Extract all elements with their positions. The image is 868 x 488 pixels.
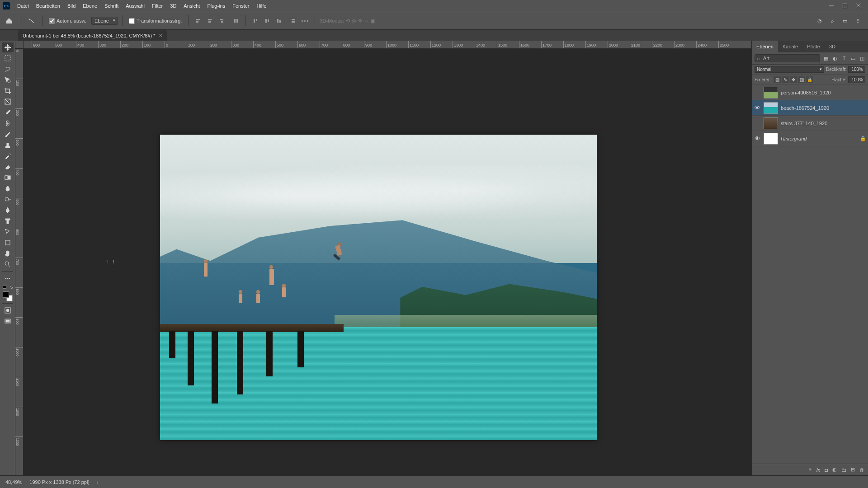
menu-plugins[interactable]: Plug-ins <box>203 0 229 12</box>
doc-info-chevron-icon[interactable]: › <box>97 479 99 485</box>
menu-schrift[interactable]: Schrift <box>101 0 122 12</box>
zoom-level[interactable]: 48,49% <box>5 479 22 485</box>
shape-tool[interactable] <box>2 238 14 248</box>
filter-smart-icon[interactable]: ◫ <box>859 55 865 61</box>
menu-3d[interactable]: 3D <box>166 0 180 12</box>
adjustment-layer-icon[interactable]: ◐ <box>832 467 837 473</box>
layer-row[interactable]: 👁Hintergrund🔒 <box>752 131 868 146</box>
new-layer-icon[interactable]: ⊞ <box>851 467 855 473</box>
lock-paint-icon[interactable]: ✎ <box>782 76 789 83</box>
canvas-image[interactable] <box>160 135 597 440</box>
window-close-button[interactable] <box>852 0 865 12</box>
brush-tool[interactable] <box>2 129 14 139</box>
lock-transparency-icon[interactable]: ▨ <box>774 76 781 83</box>
type-tool[interactable] <box>2 216 14 226</box>
clone-stamp-tool[interactable] <box>2 140 14 150</box>
menu-fenster[interactable]: Fenster <box>229 0 253 12</box>
filter-shape-icon[interactable]: ▭ <box>850 55 856 61</box>
marquee-tool[interactable] <box>2 53 14 63</box>
share-icon[interactable]: ⇪ <box>854 17 862 25</box>
layer-name[interactable]: Hintergrund <box>781 136 857 141</box>
lasso-tool[interactable] <box>2 64 14 74</box>
edit-toolbar-button[interactable]: ••• <box>2 273 14 283</box>
auto-select-target-dropdown[interactable]: Ebene <box>91 17 118 25</box>
screen-mode-button[interactable] <box>2 316 14 326</box>
lock-nest-icon[interactable]: ▥ <box>798 76 805 83</box>
lock-position-icon[interactable]: ✥ <box>790 76 797 83</box>
opacity-field[interactable]: 100% <box>848 66 865 73</box>
align-center-v-button[interactable] <box>262 16 272 26</box>
more-align-button[interactable]: ••• <box>300 16 310 26</box>
layer-mask-icon[interactable]: ◘ <box>825 467 828 473</box>
layer-row[interactable]: person-4008516_1920 <box>752 85 868 100</box>
tab-pfade[interactable]: Pfade <box>802 41 825 52</box>
eyedropper-tool[interactable] <box>2 108 14 117</box>
crop-tool[interactable] <box>2 86 14 96</box>
tab-kanaele[interactable]: Kanäle <box>778 41 802 52</box>
default-colors-icon[interactable] <box>3 285 6 289</box>
align-top-button[interactable] <box>250 16 260 26</box>
hand-tool[interactable] <box>2 249 14 258</box>
layer-name[interactable]: beach-1867524_1920 <box>781 105 866 111</box>
filter-pixel-icon[interactable]: ▦ <box>823 55 829 61</box>
workspace-switcher-icon[interactable]: ▭ <box>841 17 849 25</box>
home-button[interactable] <box>3 14 15 27</box>
layer-group-icon[interactable]: 🗀 <box>841 467 846 473</box>
layer-filter-dropdown[interactable]: Art <box>755 54 820 62</box>
menu-datei[interactable]: Datei <box>14 0 33 12</box>
layer-thumbnail[interactable] <box>764 87 778 99</box>
layer-visibility-icon[interactable]: 👁 <box>754 104 761 111</box>
tab-3d[interactable]: 3D <box>825 41 840 52</box>
zoom-tool[interactable] <box>2 259 14 269</box>
align-left-button[interactable] <box>193 16 203 26</box>
layer-visibility-icon[interactable]: 👁 <box>754 135 761 142</box>
menu-ebene[interactable]: Ebene <box>79 0 101 12</box>
blend-mode-dropdown[interactable]: Normal <box>755 66 824 73</box>
frame-tool[interactable] <box>2 97 14 107</box>
ruler-vertical[interactable]: 0100200300400500600700800900100011001200… <box>15 49 24 475</box>
auto-select-checkbox[interactable]: Autom. ausw.: <box>47 18 90 24</box>
align-bottom-button[interactable] <box>274 16 284 26</box>
window-maximize-button[interactable] <box>838 0 852 12</box>
filter-adjust-icon[interactable]: ◐ <box>832 55 838 61</box>
quick-mask-button[interactable] <box>2 305 14 315</box>
history-brush-tool[interactable] <box>2 151 14 161</box>
cloud-docs-icon[interactable]: ◔ <box>816 17 824 25</box>
link-layers-icon[interactable]: ⚭ <box>808 467 812 473</box>
layer-name[interactable]: person-4008516_1920 <box>781 90 866 95</box>
canvas-area[interactable]: 6005004003002001000100200300400500600700… <box>15 41 751 475</box>
menu-auswahl[interactable]: Auswahl <box>122 0 148 12</box>
eraser-tool[interactable] <box>2 162 14 172</box>
dodge-tool[interactable] <box>2 194 14 204</box>
fill-field[interactable]: 100% <box>848 76 865 83</box>
quick-select-tool[interactable] <box>2 75 14 85</box>
distribute-h-button[interactable] <box>231 16 241 26</box>
layer-row[interactable]: stairs-3771140_1920 <box>752 116 868 131</box>
layer-row[interactable]: 👁beach-1867524_1920 <box>752 100 868 116</box>
layer-name[interactable]: stairs-3771140_1920 <box>781 121 866 126</box>
window-minimize-button[interactable] <box>825 0 838 12</box>
menu-bearbeiten[interactable]: Bearbeiten <box>33 0 64 12</box>
filter-type-icon[interactable]: T <box>841 55 847 61</box>
healing-brush-tool[interactable] <box>2 118 14 128</box>
layer-fx-icon[interactable]: fx <box>816 467 821 473</box>
document-tab[interactable]: Unbenannt-1 bei 48,5% (beach-1867524_192… <box>18 30 167 41</box>
lock-all-icon[interactable]: 🔒 <box>806 76 813 83</box>
align-right-button[interactable] <box>217 16 226 26</box>
menu-hilfe[interactable]: Hilfe <box>253 0 270 12</box>
color-swatches[interactable] <box>3 291 13 301</box>
ruler-horizontal[interactable]: 6005004003002001000100200300400500600700… <box>24 41 751 49</box>
layer-thumbnail[interactable] <box>764 133 778 145</box>
layer-thumbnail[interactable] <box>764 117 778 129</box>
path-select-tool[interactable] <box>2 227 14 237</box>
align-center-h-button[interactable] <box>205 16 215 26</box>
tab-ebenen[interactable]: Ebenen <box>752 41 778 52</box>
delete-layer-icon[interactable]: 🗑 <box>859 467 864 473</box>
pen-tool[interactable] <box>2 205 14 215</box>
transform-controls-checkbox[interactable]: Transformationsstrg. <box>127 18 184 24</box>
tool-preset-button[interactable] <box>25 14 38 27</box>
gradient-tool[interactable] <box>2 173 14 183</box>
distribute-v-button[interactable] <box>288 16 298 26</box>
doc-info[interactable]: 1990 Px x 1338 Px (72 ppi) <box>29 479 90 485</box>
layer-thumbnail[interactable] <box>764 102 778 114</box>
